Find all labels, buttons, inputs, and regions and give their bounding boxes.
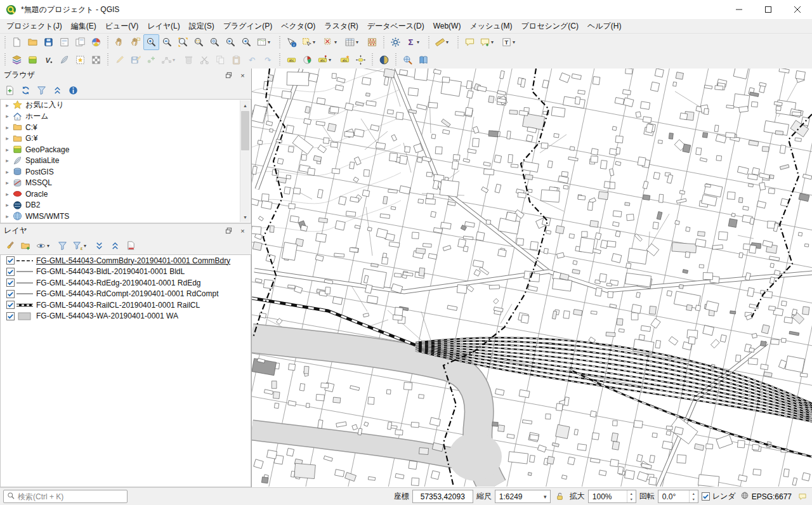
layer-checkbox-checked-icon[interactable] [6, 268, 15, 276]
expand-arrow-icon[interactable]: ▸ [3, 180, 11, 186]
new-virtual-layer-button[interactable]: V [41, 52, 56, 68]
expand-arrow-icon[interactable]: ▸ [3, 191, 11, 197]
rotation-spinbox[interactable]: 0.0° ▴▾ [658, 490, 698, 503]
layer-checkbox-checked-icon[interactable] [6, 256, 15, 265]
manage-map-themes-button[interactable]: ▾ [34, 239, 54, 254]
save-project-button[interactable] [41, 34, 56, 50]
menu-mesh[interactable]: メッシュ(M) [465, 20, 516, 33]
menu-edit[interactable]: 編集(E) [67, 20, 101, 33]
menu-layer[interactable]: レイヤ(L) [143, 20, 185, 33]
deselect-features-button[interactable]: ▾ [321, 34, 343, 50]
browser-item-spatialite[interactable]: ▸SpatiaLite [1, 155, 251, 167]
crs-button[interactable]: EPSG:6677 [739, 491, 793, 502]
browser-scrollbar[interactable]: ▲▼ [240, 100, 250, 222]
zoom-to-selection-button[interactable] [191, 34, 207, 50]
expand-arrow-icon[interactable]: ▸ [3, 157, 11, 164]
filter-by-expression-button[interactable]: ε▾ [70, 239, 91, 254]
menu-project[interactable]: プロジェクト(J) [2, 20, 67, 33]
magnifier-spinbox[interactable]: 100% ▴▾ [588, 490, 636, 503]
layer-row-rdedg[interactable]: FG-GML-544043-RdEdg-20190401-0001 RdEdg [1, 277, 251, 289]
expand-arrow-icon[interactable]: ▸ [3, 169, 11, 175]
menu-processing[interactable]: プロセシング(C) [517, 20, 583, 33]
new-geopackage-layer-button[interactable] [25, 52, 41, 68]
expand-arrow-icon[interactable]: ▸ [3, 202, 11, 208]
map-canvas[interactable] [251, 69, 812, 487]
filter-legend-button[interactable] [55, 239, 70, 254]
select-features-button[interactable]: ▾ [299, 34, 321, 50]
processing-toolbox-button[interactable] [388, 34, 403, 50]
browser-item-drive-c[interactable]: ▸C:¥ [1, 122, 251, 133]
layer-labeling-options-button[interactable]: abc [284, 52, 299, 68]
expand-all-button[interactable] [91, 239, 107, 254]
zoom-in-button[interactable] [143, 34, 159, 50]
pan-to-selection-button[interactable] [128, 34, 143, 50]
coordinate-input[interactable] [412, 490, 473, 503]
browser-item-postgis[interactable]: ▸PostGIS [1, 166, 251, 178]
pan-map-button[interactable] [112, 34, 128, 50]
new-spatialite-layer-button[interactable] [56, 52, 72, 68]
browser-item-db2[interactable]: ▸DB2 [1, 200, 251, 211]
menu-help[interactable]: ヘルプ(H) [583, 20, 626, 33]
browser-item-home[interactable]: ▸ホーム [1, 111, 251, 122]
open-layer-styling-dock-button[interactable] [2, 239, 17, 254]
new-print-layout-button[interactable] [56, 34, 72, 50]
show-layout-manager-button[interactable] [72, 34, 88, 50]
remove-layer-button[interactable] [123, 239, 138, 254]
zoom-out-button[interactable] [159, 34, 175, 50]
statusbar-search[interactable] [3, 490, 128, 503]
python-console-button[interactable] [376, 52, 392, 68]
new-temporary-scratch-layer-button[interactable] [72, 52, 88, 68]
close-button[interactable] [783, 0, 812, 19]
messages-button[interactable] [796, 490, 809, 503]
scale-combo[interactable]: 1:6249 ▾ [495, 490, 551, 503]
float-panel-icon[interactable] [224, 70, 233, 80]
layer-checkbox-checked-icon[interactable] [6, 290, 15, 298]
metasearch-button[interactable] [400, 52, 416, 68]
expand-arrow-icon[interactable]: ▸ [3, 102, 11, 108]
refresh-button[interactable] [18, 83, 33, 98]
layer-row-commbdry[interactable]: FG-GML-544043-CommBdry-20190401-0001 Com… [1, 255, 251, 266]
minimize-button[interactable] [724, 0, 754, 19]
expand-arrow-icon[interactable]: ▸ [3, 135, 11, 141]
add-selected-layers-button[interactable] [2, 83, 17, 98]
new-annotation-button[interactable]: ▾ [478, 34, 499, 50]
menu-raster[interactable]: ラスタ(R) [320, 20, 363, 33]
float-panel-icon[interactable] [224, 226, 233, 235]
layer-row-bldl[interactable]: FG-GML-544043-BldL-20190401-0001 BldL [1, 266, 251, 278]
map-tips-button[interactable] [462, 34, 478, 50]
move-label-button[interactable] [353, 52, 369, 68]
field-calculator-button[interactable] [364, 34, 380, 50]
menu-view[interactable]: ビュー(V) [101, 20, 143, 33]
menu-settings[interactable]: 設定(S) [185, 20, 219, 33]
properties-widget-button[interactable] [65, 83, 81, 98]
expand-arrow-icon[interactable]: ▸ [3, 213, 11, 220]
style-manager-button[interactable] [88, 34, 104, 50]
search-input[interactable] [18, 492, 124, 501]
new-map-view-button[interactable]: ▾ [254, 34, 276, 50]
lock-scale-button[interactable] [554, 490, 566, 503]
browser-item-oracle[interactable]: ▸Oracle [1, 188, 251, 200]
help-contents-button[interactable] [416, 52, 431, 68]
layer-row-rdcompt[interactable]: FG-GML-544043-RdCompt-20190401-0001 RdCo… [1, 289, 251, 300]
statistical-summary-button[interactable]: Σ▾ [403, 34, 425, 50]
spinner-arrows-icon[interactable]: ▴▾ [627, 490, 636, 502]
layer-diagram-options-button[interactable] [299, 52, 315, 68]
close-panel-icon[interactable]: × [238, 70, 247, 80]
zoom-to-layer-button[interactable] [207, 34, 223, 50]
layer-checkbox-checked-icon[interactable] [6, 301, 15, 309]
browser-item-drive-g[interactable]: ▸G:¥ [1, 133, 251, 145]
expand-arrow-icon[interactable]: ▸ [3, 113, 11, 119]
close-panel-icon[interactable]: × [238, 226, 247, 235]
open-data-source-manager-button[interactable] [9, 52, 25, 68]
scrollbar-thumb[interactable] [241, 111, 249, 150]
zoom-next-button[interactable] [239, 34, 254, 50]
measure-button[interactable]: ▾ [433, 34, 454, 50]
text-annotation-button[interactable]: T▾ [499, 34, 521, 50]
browser-item-mssql[interactable]: ▸MSSQL [1, 178, 251, 189]
collapse-all-button[interactable] [49, 83, 65, 98]
layer-row-railcl[interactable]: FG-GML-544043-RailCL-20190401-0001 RailC… [1, 299, 251, 311]
new-shapefile-layer-button[interactable] [88, 52, 104, 68]
open-project-button[interactable] [25, 34, 41, 50]
highlight-pinned-labels-button[interactable]: abc [337, 52, 353, 68]
zoom-last-button[interactable] [223, 34, 239, 50]
